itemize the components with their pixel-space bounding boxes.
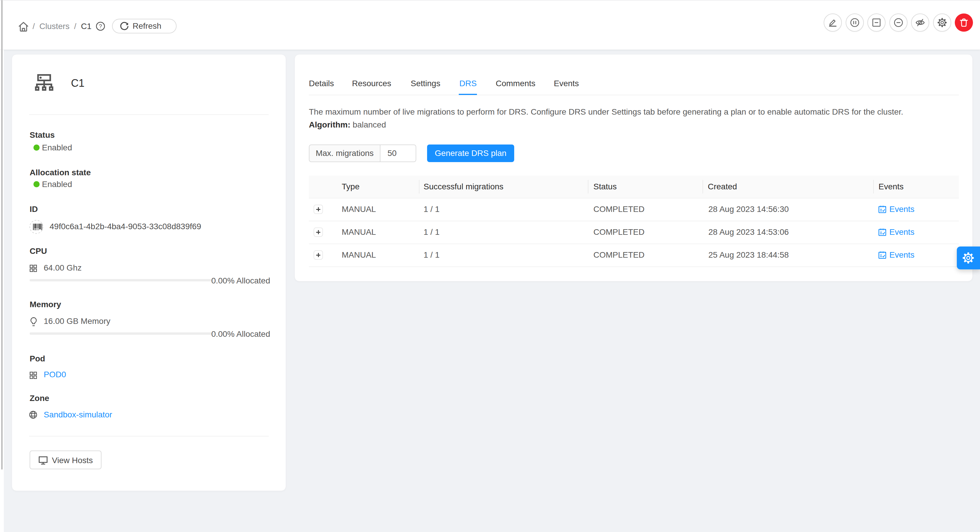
svg-text:?: ? — [99, 23, 102, 29]
